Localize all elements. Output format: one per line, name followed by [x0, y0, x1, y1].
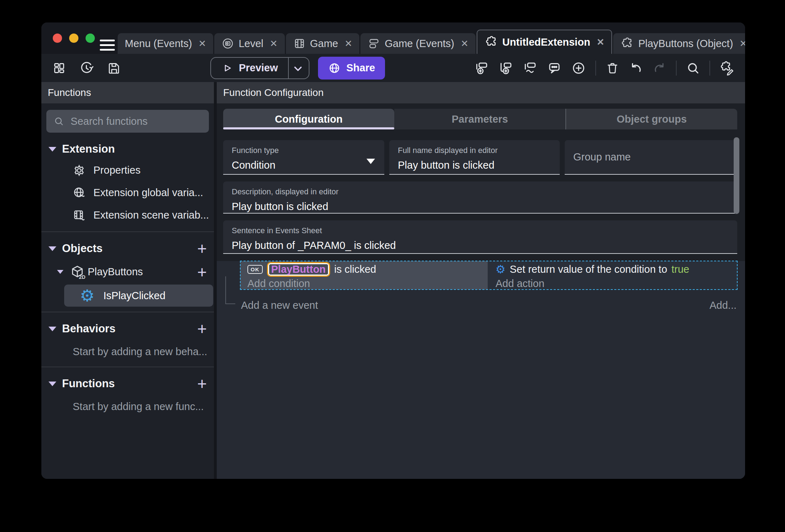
add-new-event-button[interactable]: Add a new event	[241, 300, 318, 311]
main-menu-icon[interactable]	[100, 40, 115, 51]
tab-configuration[interactable]: Configuration	[223, 109, 394, 129]
section-behaviors[interactable]: Behaviors +	[41, 319, 214, 339]
version-history-icon[interactable]	[79, 61, 94, 76]
globe-variables-icon	[72, 186, 86, 200]
edit-extension-icon[interactable]	[719, 61, 734, 76]
add-more-button[interactable]: Add...	[709, 300, 737, 311]
play-icon	[221, 62, 233, 74]
close-icon[interactable]: ✕	[199, 38, 206, 49]
project-manager-icon[interactable]	[52, 61, 66, 75]
extension-puzzle-icon	[484, 35, 498, 49]
object-2d-cube-icon: 2D	[69, 264, 86, 280]
close-icon[interactable]: ✕	[344, 38, 352, 49]
add-behavior-button[interactable]: +	[197, 322, 207, 336]
add-action-button[interactable]: Add action	[496, 278, 544, 290]
redo-icon[interactable]	[652, 61, 667, 75]
section-objects[interactable]: Objects +	[41, 239, 214, 259]
sidebar-item-properties[interactable]: Properties	[41, 159, 214, 181]
share-button[interactable]: Share	[318, 57, 385, 80]
undo-icon[interactable]	[629, 61, 643, 75]
save-icon[interactable]	[107, 61, 121, 75]
tab-parameters[interactable]: Parameters	[394, 109, 565, 129]
tab-playbuttons-object[interactable]: PlayButtons (Object) ✕	[613, 33, 745, 54]
search-icon[interactable]	[686, 61, 700, 75]
add-event-icon[interactable]	[474, 61, 489, 76]
functions-tree: Extension Properties Extension global va…	[41, 133, 214, 479]
add-object-button[interactable]: +	[197, 241, 207, 256]
chevron-down-icon	[294, 63, 302, 71]
field-value: Play button of _PARAM0_ is clicked	[232, 240, 729, 251]
action-value: true	[672, 264, 689, 275]
close-window-button[interactable]	[53, 34, 62, 43]
sidebar-header: Functions	[41, 82, 214, 103]
function-type-select[interactable]: Function type Condition	[223, 140, 384, 175]
tab-label: Game	[310, 38, 338, 50]
close-icon[interactable]: ✕	[461, 38, 468, 49]
search-functions-box[interactable]	[46, 110, 209, 133]
scene-icon	[221, 37, 234, 50]
field-value: Play button is clicked	[232, 201, 729, 213]
divider	[709, 61, 710, 76]
field-value: Condition	[232, 159, 376, 171]
sentence-field[interactable]: Sentence in Events Sheet Play button of …	[223, 220, 737, 254]
full-name-field[interactable]: Full name displayed in editor Play butto…	[389, 140, 560, 175]
tab-game-events[interactable]: Game (Events) ✕	[360, 33, 476, 54]
object-row-playbuttons[interactable]: 2D PlayButtons +	[41, 261, 214, 283]
preview-label: Preview	[239, 62, 278, 74]
main-title: Function Configuration	[223, 87, 324, 98]
section-extension[interactable]: Extension	[41, 139, 214, 159]
add-condition-button[interactable]: Add condition	[247, 278, 310, 290]
add-comment-icon[interactable]	[547, 61, 562, 76]
close-icon[interactable]: ✕	[270, 38, 278, 49]
sidebar-item-extension-scene-variables[interactable]: Extension scene variab...	[41, 204, 214, 226]
add-subevent-icon[interactable]	[498, 61, 513, 76]
search-functions-input[interactable]	[71, 116, 202, 127]
film-icon	[293, 37, 306, 50]
tab-menu-events[interactable]: Menu (Events) ✕	[118, 33, 213, 54]
tab-object-groups[interactable]: Object groups	[565, 109, 737, 129]
tab-label: UntitledExtension	[502, 36, 590, 48]
group-name-field[interactable]	[565, 140, 737, 175]
add-function-button[interactable]: +	[197, 377, 207, 391]
events-footer: Add a new event Add...	[241, 300, 737, 311]
actions-column[interactable]: ⚙ Set return value of the condition to t…	[488, 261, 737, 290]
close-icon[interactable]: ✕	[597, 37, 605, 48]
button-object-icon: OK	[247, 265, 263, 274]
toolbar-left	[52, 61, 121, 76]
conditions-column[interactable]: OK PlayButton is clicked Add condition	[240, 261, 488, 290]
tab-label: Configuration	[275, 113, 343, 125]
field-label: Sentence in Events Sheet	[232, 226, 729, 235]
section-functions[interactable]: Functions +	[41, 374, 214, 394]
preview-button[interactable]: Preview	[211, 58, 288, 78]
item-label: Properties	[93, 164, 140, 176]
sidebar-item-extension-global-variables[interactable]: Extension global varia...	[41, 181, 214, 204]
section-label: Extension	[62, 143, 207, 155]
chevron-expanded-icon	[48, 246, 56, 251]
function-row-isplayclicked-selected[interactable]: ⚙ ? IsPlayClicked	[64, 285, 213, 307]
group-name-input[interactable]	[573, 151, 729, 163]
add-object-function-button[interactable]: +	[197, 265, 207, 279]
field-value: Play button is clicked	[398, 159, 551, 171]
configuration-form: Function type Condition Full name displa…	[217, 129, 745, 254]
tab-level[interactable]: Level ✕	[214, 33, 284, 54]
vertical-scrollbar[interactable]	[734, 137, 739, 214]
events-sheet: OK PlayButton is clicked Add condition ⚙…	[217, 261, 745, 479]
main-header: Function Configuration	[217, 82, 745, 103]
preview-options-button[interactable]	[289, 58, 309, 78]
delete-icon[interactable]	[605, 61, 620, 75]
choose-event-icon[interactable]	[571, 61, 586, 76]
event-selected[interactable]: OK PlayButton is clicked Add condition ⚙…	[240, 261, 737, 290]
tab-game[interactable]: Game ✕	[286, 33, 360, 54]
item-label: Extension scene variab...	[93, 209, 209, 221]
globe-icon	[328, 62, 341, 75]
minimize-window-button[interactable]	[69, 34, 78, 43]
description-field[interactable]: Description, displayed in editor Play bu…	[223, 181, 737, 214]
tab-untitled-extension[interactable]: UntitledExtension ✕	[477, 30, 612, 54]
add-other-event-icon[interactable]	[523, 61, 538, 76]
field-label: Function type	[232, 146, 376, 155]
toolbar-right	[474, 61, 734, 76]
zoom-window-button[interactable]	[86, 34, 95, 43]
tab-label: Object groups	[617, 113, 687, 125]
condition-object-chip[interactable]: PlayButton	[267, 262, 330, 277]
close-icon[interactable]: ✕	[739, 38, 745, 49]
